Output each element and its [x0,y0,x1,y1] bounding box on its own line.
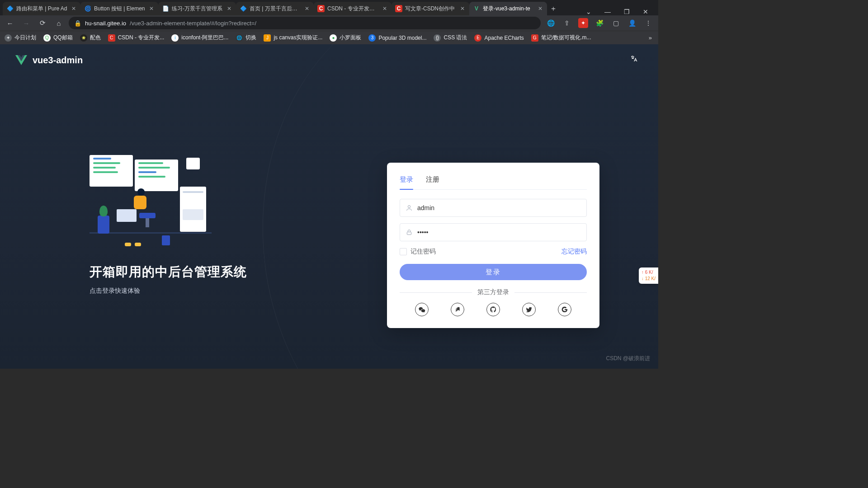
bookmark-icon: G [531,34,538,42]
language-button[interactable] [627,52,640,65]
close-icon[interactable]: ✕ [460,5,466,12]
bookmark-11[interactable]: G笔记/数据可视化.m... [531,34,591,42]
social-github[interactable] [486,303,500,316]
share-icon[interactable]: ⇪ [561,17,573,29]
bookmark-icon: C [108,34,115,42]
forgot-password-link[interactable]: 忘记密码 [561,248,587,256]
bookmark-9[interactable]: {}CSS 语法 [434,34,467,42]
window-controls: ⌄ ― ❐ ✕ [583,8,656,15]
tab-title: 写文章-CSDN创作中 [405,5,458,13]
bookmark-icon: Q [43,34,51,42]
bookmark-2[interactable]: ❀配色 [80,34,101,42]
bookmark-icon: ❀ [80,34,87,42]
bookmark-icon: J [264,34,271,42]
bookmark-label: 切换 [245,34,256,42]
close-icon[interactable]: ✕ [305,5,310,12]
vue-logo-icon [15,54,27,66]
bookmark-icon: 3 [368,34,376,42]
alipay-icon [454,306,461,313]
tab-6[interactable]: V登录-vue3-admin-te✕ [469,2,547,15]
social-wechat[interactable] [415,303,429,316]
tab-2[interactable]: 📄练习-万景千言管理系✕ [158,2,236,15]
favicon: 🔷 [240,5,247,12]
social-logins [400,303,587,316]
extensions-icon[interactable]: 🧩 [593,17,606,29]
bookmark-3[interactable]: CCSDN - 专业开发... [108,34,165,42]
tab-title: 登录-vue3-admin-te [483,5,535,13]
tab-register[interactable]: 注册 [426,174,439,189]
close-icon[interactable]: ✕ [227,5,232,12]
remember-checkbox[interactable]: 记住密码 [400,248,436,256]
remember-label: 记住密码 [410,248,436,256]
address-bar[interactable]: 🔒 hu-snail.gitee.io/vue3-admin-element-t… [69,17,541,29]
tab-0[interactable]: 🔷路由和菜单 | Pure Ad✕ [3,2,80,15]
bookmark-0[interactable]: ✦今日计划 [5,34,36,42]
bookmark-label: Apache ECharts [484,35,524,41]
twitter-icon [525,306,533,313]
tab-title: 路由和菜单 | Pure Ad [16,5,69,13]
toolbar: ← → ⟳ ⌂ 🔒 hu-snail.gitee.io/vue3-admin-e… [0,15,658,31]
google-icon [561,306,568,313]
sidepanel-icon[interactable]: ▢ [609,17,622,29]
network-widget[interactable]: ↑ 6 K/ ↓ 12 K/ [639,267,658,284]
bookmark-overflow-icon[interactable]: » [649,34,654,41]
home-button[interactable]: ⌂ [52,17,65,29]
tab-1[interactable]: 🌀Button 按钮 | Elemen✕ [80,2,158,15]
bookmark-5[interactable]: 🌐切换 [236,34,256,42]
minimize-icon[interactable]: ― [602,8,613,15]
bookmark-label: Popular 3D model... [378,35,426,41]
bookmark-6[interactable]: Jjs canvas实现验证... [264,34,322,42]
thirdparty-label: 第三方登录 [477,288,509,296]
upload-speed: ↑ 6 K/ [642,269,656,276]
bookmark-label: 配色 [90,34,101,42]
reload-button[interactable]: ⟳ [36,17,49,29]
tab-title: 练习-万景千言管理系 [172,5,224,13]
bookmark-label: 今日计划 [14,34,36,42]
forward-button[interactable]: → [20,17,33,29]
bookmark-icon: i [171,34,179,42]
username-input[interactable] [417,204,581,211]
svg-rect-1 [407,232,411,235]
favicon: V [473,5,480,12]
svg-point-0 [408,206,410,208]
extension-badge[interactable]: ✦ [577,17,590,29]
social-alipay[interactable] [451,303,464,316]
lock-icon: 🔒 [74,20,81,27]
password-input[interactable] [417,229,581,236]
kebab-menu-icon[interactable]: ⋮ [642,17,655,29]
password-field[interactable] [400,223,587,241]
bookmark-4[interactable]: iiconfont-阿里巴巴... [171,34,228,42]
maximize-icon[interactable]: ❐ [621,8,632,15]
bookmark-7[interactable]: ●小罗面板 [330,34,361,42]
social-google[interactable] [558,303,571,316]
thirdparty-divider: 第三方登录 [400,288,587,296]
close-icon[interactable]: ✕ [382,5,388,12]
bookmark-8[interactable]: 3Popular 3D model... [368,34,426,42]
favicon: 🔷 [6,5,14,12]
tab-login[interactable]: 登录 [400,174,413,189]
translate-icon [630,55,638,63]
bookmark-icon: {} [434,34,441,42]
new-tab-button[interactable]: ＋ [547,2,560,15]
tab-3[interactable]: 🔷首页 | 万景千言后台管✕ [236,2,314,15]
download-speed: ↓ 12 K/ [642,276,656,282]
bookmark-10[interactable]: EApache ECharts [474,34,524,42]
bookmark-label: QQ邮箱 [53,34,73,42]
bookmark-1[interactable]: QQQ邮箱 [43,34,73,42]
username-field[interactable] [400,199,587,217]
profile-icon[interactable]: 👤 [626,17,638,29]
lock-icon [406,229,413,236]
tab-5[interactable]: C写文章-CSDN创作中✕ [392,2,469,15]
translate-icon[interactable]: 🌐 [544,17,557,29]
bookmark-icon: 🌐 [236,34,243,42]
close-window-icon[interactable]: ✕ [640,8,651,15]
social-twitter[interactable] [522,303,536,316]
back-button[interactable]: ← [4,17,16,29]
login-button[interactable]: 登录 [400,264,587,280]
tab-title: CSDN - 专业开发者社 [327,5,380,13]
tab-4[interactable]: CCSDN - 专业开发者社✕ [314,2,392,15]
close-icon[interactable]: ✕ [538,5,543,12]
close-icon[interactable]: ✕ [71,5,77,12]
close-icon[interactable]: ✕ [149,5,155,12]
dropdown-icon[interactable]: ⌄ [583,8,594,15]
